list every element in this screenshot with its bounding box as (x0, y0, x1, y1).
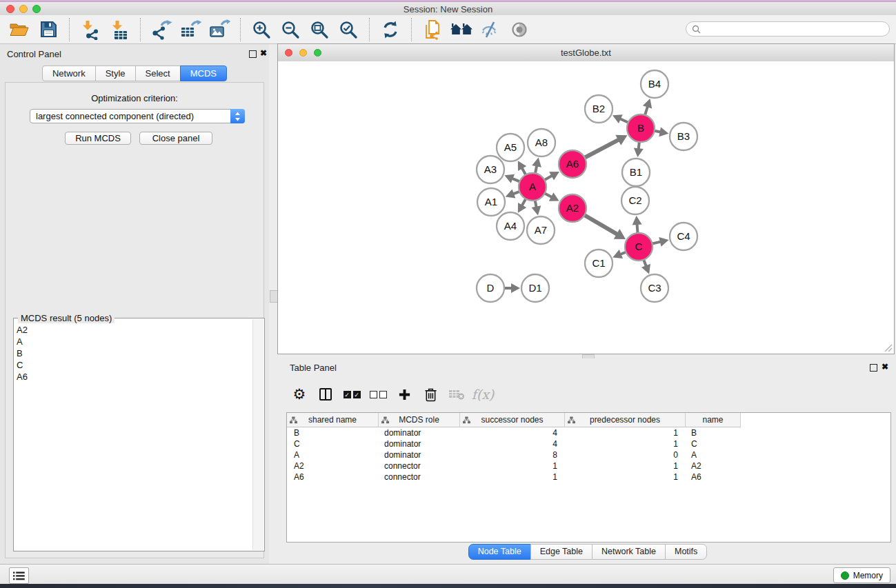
search-input[interactable] (704, 23, 884, 34)
zoom-fit-icon (310, 20, 329, 39)
zoom-out-button[interactable] (276, 17, 305, 43)
network-graph: AA1A2A3A4A5A6A7A8BB1B2B3B4CC1C2C3C4DD1 (278, 61, 894, 354)
table-cell: A2 (287, 461, 379, 471)
search-box (686, 21, 890, 37)
first-neighbors-button[interactable] (447, 17, 476, 43)
tab-style[interactable]: Style (95, 65, 136, 81)
mcds-result-item[interactable]: C (17, 359, 252, 371)
node-label: B3 (677, 130, 690, 142)
open-file-icon (8, 20, 30, 39)
close-table-panel-icon[interactable]: ✖ (882, 363, 888, 370)
tab-edge-table[interactable]: Edge Table (530, 544, 593, 560)
node-A1[interactable]: A1 (477, 188, 505, 216)
node-A2[interactable]: A2 (559, 194, 586, 222)
select-all-button[interactable]: ✓✓ (340, 383, 364, 406)
columns-button[interactable] (314, 383, 337, 406)
table-row[interactable]: Bdominator41B (287, 427, 890, 438)
node-label: A7 (535, 224, 547, 236)
edge-arrow-B-B3 (659, 128, 668, 137)
table-cell: 4 (460, 428, 565, 438)
node-C[interactable]: C (625, 233, 653, 261)
tab-mcds[interactable]: MCDS (180, 65, 227, 81)
node-B4[interactable]: B4 (641, 70, 668, 98)
node-C3[interactable]: C3 (641, 274, 668, 302)
delete-column-button[interactable] (419, 383, 442, 406)
node-label: A4 (504, 220, 517, 232)
network-canvas[interactable]: AA1A2A3A4A5A6A7A8BB1B2B3B4CC1C2C3C4DD1 (278, 61, 894, 354)
column-header-MCDS-role[interactable]: MCDS role (379, 413, 460, 427)
node-A[interactable]: A (519, 173, 546, 201)
float-panel-icon[interactable] (249, 50, 257, 58)
node-D1[interactable]: D1 (521, 274, 549, 302)
table-cell: 4 (460, 439, 565, 449)
zoom-fit-button[interactable] (305, 17, 334, 43)
table-row[interactable]: Cdominator41C (287, 438, 890, 449)
tab-node-table[interactable]: Node Table (468, 544, 531, 560)
column-header-predecessor-nodes[interactable]: predecessor nodes (565, 413, 686, 427)
export-network-button[interactable] (147, 17, 176, 43)
column-header-name[interactable]: name (686, 413, 741, 427)
zoom-in-button[interactable] (247, 17, 276, 43)
zoom-selected-button[interactable] (334, 17, 363, 43)
node-C2[interactable]: C2 (621, 187, 649, 214)
node-B2[interactable]: B2 (585, 95, 613, 123)
node-B[interactable]: B (627, 114, 655, 142)
float-table-panel-icon[interactable] (870, 364, 877, 372)
mcds-result-item[interactable]: A6 (17, 371, 252, 383)
export-table-button[interactable] (176, 17, 205, 43)
import-network-button[interactable] (76, 17, 105, 43)
table-row[interactable]: A2connector11A2 (287, 460, 890, 472)
table-row[interactable]: A6connector11A6 (287, 472, 890, 483)
panel-list-button[interactable] (9, 567, 29, 584)
mcds-result-item[interactable]: B (17, 347, 252, 359)
tab-network-table[interactable]: Network Table (592, 544, 666, 560)
hide-selected-button[interactable] (476, 17, 505, 43)
node-A7[interactable]: A7 (527, 216, 555, 244)
node-A6[interactable]: A6 (559, 150, 586, 178)
app-titlebar: Session: New Session (0, 2, 896, 16)
open-file-button[interactable] (5, 17, 34, 43)
tab-motifs[interactable]: Motifs (665, 544, 707, 560)
node-A3[interactable]: A3 (477, 156, 504, 183)
app-title: Session: New Session (0, 4, 896, 14)
toolbar-separator (140, 18, 141, 41)
add-column-button[interactable] (392, 383, 416, 406)
settings-button[interactable]: ⚙ (288, 383, 311, 406)
column-header-label: successor nodes (481, 415, 543, 425)
deselect-all-button[interactable]: ✓✓ (366, 383, 390, 406)
edge-arrow-B-B1 (634, 148, 644, 157)
close-panel-icon[interactable]: ✖ (260, 50, 267, 57)
node-table: shared nameMCDS rolesuccessor nodesprede… (286, 412, 891, 543)
apply-layout-button[interactable] (376, 17, 405, 43)
mcds-result-item[interactable]: A (17, 336, 252, 347)
column-header-successor-nodes[interactable]: successor nodes (460, 413, 565, 427)
import-table-button[interactable] (105, 17, 134, 43)
export-image-button[interactable] (205, 17, 234, 43)
new-network-from-selection-button[interactable] (418, 17, 447, 43)
mcds-result-item[interactable]: A2 (17, 324, 252, 336)
node-C1[interactable]: C1 (585, 250, 613, 277)
result-scrollbar[interactable] (252, 319, 263, 550)
show-all-button[interactable] (505, 17, 534, 43)
memory-button[interactable]: Memory (833, 567, 890, 583)
resize-grip-icon[interactable] (884, 344, 893, 352)
node-C4[interactable]: C4 (670, 223, 697, 250)
save-session-button[interactable] (34, 17, 63, 43)
column-header-shared-name[interactable]: shared name (287, 413, 379, 427)
tab-network[interactable]: Network (42, 65, 96, 81)
node-B3[interactable]: B3 (670, 123, 697, 150)
run-mcds-button[interactable]: Run MCDS (65, 132, 131, 145)
close-panel-button[interactable]: Close panel (139, 132, 212, 145)
table-cell: 1 (565, 439, 686, 449)
mcds-result-box: MCDS result (5 nodes) A2ABCA6 (13, 318, 265, 551)
table-cell: dominator (379, 439, 460, 449)
node-A8[interactable]: A8 (528, 129, 555, 156)
optimization-criterion-select[interactable]: largest connected component (directed) (30, 109, 245, 123)
node-A4[interactable]: A4 (497, 212, 524, 240)
zoom-in-icon (252, 20, 271, 39)
tab-select[interactable]: Select (135, 65, 181, 81)
table-row[interactable]: Adominator80A (287, 449, 890, 460)
node-D[interactable]: D (477, 274, 504, 302)
node-A5[interactable]: A5 (497, 134, 524, 161)
node-B1[interactable]: B1 (622, 159, 650, 186)
